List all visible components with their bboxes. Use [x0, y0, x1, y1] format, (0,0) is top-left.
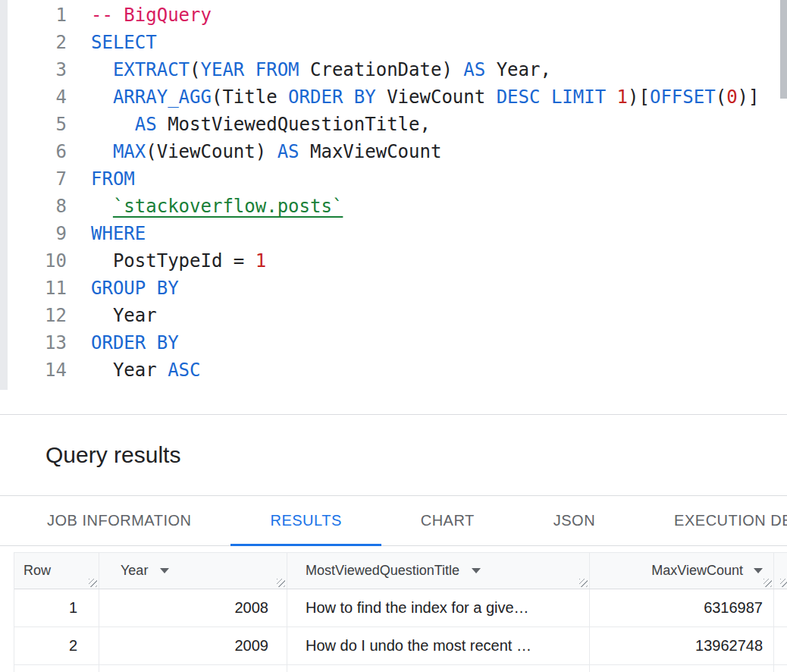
tab-execution-details[interactable]: EXECUTION DETAILS [635, 496, 787, 545]
tab-label: JSON [553, 512, 595, 529]
code-line[interactable]: 14 Year ASC [0, 356, 787, 384]
code-token: 1 [617, 86, 628, 108]
code-text: AS MostViewedQuestionTitle, [91, 111, 431, 138]
sort-arrow-icon[interactable] [472, 568, 481, 573]
code-text: MAX(ViewCount) AS MaxViewCount [91, 138, 441, 165]
code-token: MaxViewCount [299, 141, 442, 162]
tab-results[interactable]: RESULTS [230, 496, 381, 545]
column-header-label: MaxViewCount [651, 563, 743, 579]
cell-row: 1 [14, 589, 99, 626]
cell-extra [774, 665, 787, 672]
code-line[interactable]: 7FROM [0, 165, 787, 193]
code-text: ARRAY_AGG(Title ORDER BY ViewCount DESC … [91, 83, 759, 111]
code-line[interactable]: 2SELECT [0, 29, 787, 56]
code-text: SELECT [91, 29, 157, 56]
code-token: MAX [113, 141, 146, 162]
code-line[interactable]: 1-- BigQuery [0, 2, 787, 29]
code-token: (ViewCount) [146, 141, 277, 162]
code-token: FROM [256, 59, 299, 80]
code-text: GROUP BY [91, 275, 179, 302]
code-line[interactable]: 9WHERE [0, 220, 787, 247]
code-token [91, 114, 135, 135]
code-token: -- BigQuery [91, 5, 212, 26]
tab-json[interactable]: JSON [514, 496, 635, 545]
cell-title: How do I undo the most recent … [287, 627, 590, 664]
line-number: 7 [0, 165, 67, 193]
line-number: 8 [0, 193, 67, 220]
code-token: ORDER BY [91, 332, 179, 353]
query-results-header: Query results [0, 415, 787, 496]
code-token: Year, [485, 59, 551, 80]
code-line[interactable]: 6 MAX(ViewCount) AS MaxViewCount [0, 138, 787, 165]
column-resize-handle[interactable] [89, 579, 97, 587]
cell-title: How to find the index for a give… [287, 589, 590, 626]
cell-empty [99, 665, 287, 672]
code-token: (Title [212, 86, 288, 108]
line-number: 11 [0, 275, 67, 302]
query-results-title: Query results [45, 442, 180, 468]
sort-arrow-icon[interactable] [160, 568, 169, 573]
code-token: ARRAY_AGG [113, 86, 212, 108]
code-token: )[ [628, 86, 650, 108]
code-text: -- BigQuery [91, 2, 212, 29]
line-number: 6 [0, 138, 67, 165]
cell-year: 2008 [99, 589, 287, 626]
sort-arrow-icon[interactable] [754, 568, 763, 573]
line-number: 1 [0, 2, 67, 29]
editor-vertical-scrollbar-thumb[interactable] [780, 0, 787, 99]
editor-left-scrollbar[interactable] [0, 0, 8, 390]
line-number: 10 [0, 247, 67, 275]
column-header-label: MostViewedQuestionTitle [306, 563, 459, 579]
code-text: EXTRACT(YEAR FROM CreationDate) AS Year, [91, 56, 551, 83]
table-row: 22009How do I undo the most recent …1396… [14, 627, 787, 665]
column-resize-handle[interactable] [780, 579, 787, 587]
code-token: 1 [256, 250, 266, 272]
column-resize-handle[interactable] [277, 579, 285, 587]
code-line[interactable]: 8 `stackoverflow.posts` [0, 193, 787, 220]
code-line[interactable]: 11GROUP BY [0, 275, 787, 302]
code-token: AS [463, 59, 485, 80]
cell-extra [774, 589, 787, 626]
code-token: OFFSET [650, 86, 716, 108]
tab-bar: JOB INFORMATIONRESULTSCHARTJSONEXECUTION… [0, 496, 787, 546]
code-token: EXTRACT [113, 59, 190, 80]
tab-label: CHART [421, 512, 475, 529]
line-number: 13 [0, 329, 67, 356]
column-header-max[interactable]: MaxViewCount [590, 553, 774, 589]
code-line[interactable]: 5 AS MostViewedQuestionTitle, [0, 111, 787, 138]
column-resize-handle[interactable] [763, 579, 772, 587]
tab-chart[interactable]: CHART [381, 496, 514, 545]
table-reference-link[interactable]: `stackoverflow.posts` [113, 196, 343, 217]
tab-label: JOB INFORMATION [47, 512, 191, 529]
code-token: ViewCount [376, 86, 497, 108]
sql-editor[interactable]: 1-- BigQuery2SELECT3 EXTRACT(YEAR FROM C… [0, 0, 787, 415]
code-token: LIMIT [551, 86, 606, 108]
code-line[interactable]: 4 ARRAY_AGG(Title ORDER BY ViewCount DES… [0, 83, 787, 111]
code-line[interactable]: 10 PostTypeId = 1 [0, 247, 787, 275]
tab-job-information[interactable]: JOB INFORMATION [8, 496, 230, 545]
cell-row: 2 [14, 627, 99, 664]
column-header-year[interactable]: Year [99, 553, 287, 589]
line-number: 12 [0, 302, 67, 329]
code-line[interactable]: 13ORDER BY [0, 329, 787, 356]
column-resize-handle[interactable] [579, 579, 588, 587]
cell-year: 2009 [99, 627, 287, 664]
code-token: ORDER BY [288, 86, 376, 108]
column-header-title[interactable]: MostViewedQuestionTitle [287, 553, 590, 589]
code-token: SELECT [91, 32, 157, 53]
results-table: RowYearMostViewedQuestionTitleMaxViewCou… [14, 552, 787, 672]
line-number: 3 [0, 56, 67, 83]
code-line[interactable]: 3 EXTRACT(YEAR FROM CreationDate) AS Yea… [0, 56, 787, 83]
column-header-row[interactable]: Row [14, 553, 99, 589]
line-number: 14 [0, 356, 67, 384]
code-text: WHERE [91, 220, 146, 247]
cell-empty [287, 665, 590, 672]
code-token: PostTypeId = [91, 250, 256, 272]
table-header-row: RowYearMostViewedQuestionTitleMaxViewCou… [14, 553, 787, 589]
column-header-label: Row [24, 563, 51, 579]
code-text: Year [91, 302, 157, 329]
line-number: 5 [0, 111, 67, 138]
code-token: AS [277, 141, 299, 162]
line-number: 9 [0, 220, 67, 247]
code-line[interactable]: 12 Year [0, 302, 787, 329]
